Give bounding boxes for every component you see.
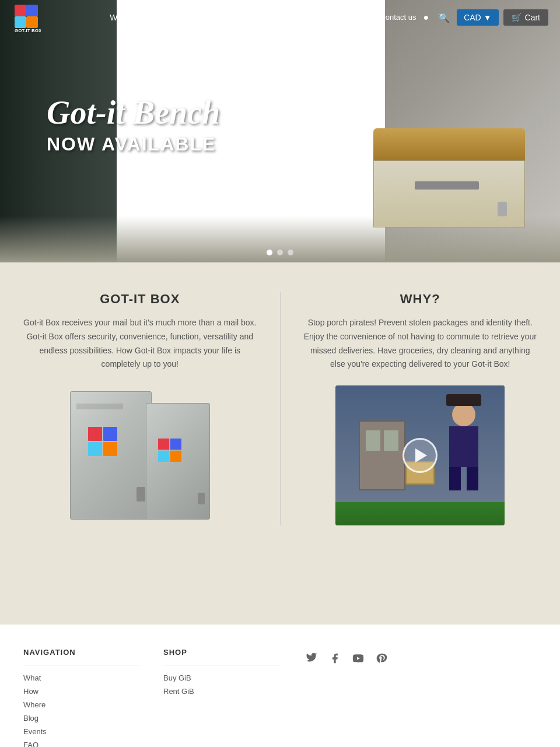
facebook-icon[interactable] — [327, 650, 343, 667]
site-footer: NAVIGATION What How Where Blog Events FA… — [0, 625, 560, 747]
svg-rect-11 — [158, 451, 169, 462]
nav-what[interactable]: What — [104, 13, 135, 22]
site-header: GOT-IT BOX What How Where Blog Events FA… — [0, 0, 560, 35]
bench-mail-slot — [415, 181, 479, 190]
svg-rect-9 — [158, 439, 169, 450]
contact-link[interactable]: Contact us — [380, 13, 416, 22]
product-box-side — [146, 403, 210, 520]
svg-text:GOT-IT BOX: GOT-IT BOX — [15, 28, 41, 33]
nav-how[interactable]: How — [135, 13, 163, 22]
footer-link-buy-gib[interactable]: Buy GiB — [163, 674, 280, 682]
user-icon[interactable]: ● — [421, 10, 431, 25]
twitter-icon[interactable] — [303, 650, 320, 667]
bench-image — [373, 128, 525, 227]
logo[interactable]: GOT-IT BOX — [12, 2, 41, 34]
svg-rect-12 — [170, 451, 181, 462]
footer-link-faq[interactable]: FAQ — [23, 741, 140, 747]
bench-cushion — [373, 128, 525, 160]
footer-nav-column: NAVIGATION What How Where Blog Events FA… — [23, 648, 140, 747]
play-button[interactable] — [402, 438, 438, 473]
currency-label: CAD — [464, 13, 481, 22]
product-logo-sticker — [88, 427, 117, 456]
product-image — [64, 385, 216, 520]
nav-events[interactable]: Events — [226, 13, 263, 22]
product-top-detail — [76, 404, 123, 409]
chevron-down-icon: ▼ — [484, 13, 492, 22]
product-box-main — [70, 391, 152, 520]
cart-icon: 🛒 — [512, 13, 522, 22]
footer-nav-title: NAVIGATION — [23, 648, 140, 657]
footer-shop-divider — [163, 665, 280, 665]
footer-link-where[interactable]: Where — [23, 700, 140, 709]
footer-link-rent-gib[interactable]: Rent GiB — [163, 687, 280, 696]
hero-carousel-dots — [267, 250, 293, 255]
footer-link-blog[interactable]: Blog — [23, 714, 140, 723]
video-door — [359, 420, 405, 490]
got-it-box-description: Got-it Box receives your mail but it's m… — [23, 316, 257, 371]
footer-link-what[interactable]: What — [23, 674, 140, 682]
pinterest-icon[interactable] — [373, 650, 390, 667]
svg-rect-10 — [170, 439, 181, 450]
svg-rect-1 — [26, 5, 38, 16]
svg-rect-5 — [88, 427, 102, 441]
got-it-box-title: GOT-IT BOX — [23, 292, 257, 307]
video-pirate-character — [440, 403, 487, 490]
footer-shop-title: SHOP — [163, 648, 280, 657]
svg-rect-2 — [15, 16, 26, 28]
product-logo-sticker-2 — [158, 439, 181, 462]
hero-content: Got-it Bench NOW AVAILABLE — [47, 95, 220, 155]
bench-body — [373, 160, 525, 227]
svg-rect-3 — [26, 16, 38, 28]
footer-social-icons — [303, 648, 537, 747]
product-handle-main — [136, 487, 145, 501]
footer-link-how[interactable]: How — [23, 687, 140, 696]
currency-selector[interactable]: CAD ▼ — [457, 9, 498, 26]
footer-nav-divider — [23, 665, 140, 665]
product-handle-side — [198, 493, 205, 504]
svg-rect-8 — [103, 442, 117, 456]
why-description: Stop porch pirates! Prevent stolen packa… — [304, 316, 537, 371]
header-actions: Contact us ● 🔍 CAD ▼ 🛒 Cart — [380, 9, 548, 26]
footer-link-events[interactable]: Events — [23, 727, 140, 736]
logo-icon: GOT-IT BOX — [12, 2, 41, 34]
why-section: WHY? Stop porch pirates! Prevent stolen … — [304, 292, 537, 525]
footer-columns: NAVIGATION What How Where Blog Events FA… — [23, 648, 537, 747]
nav-buy[interactable]: Buy — [291, 13, 317, 22]
why-title: WHY? — [304, 292, 537, 307]
nav-where[interactable]: Where — [163, 13, 198, 22]
bench-handle — [498, 202, 507, 216]
spacer-section — [0, 555, 560, 625]
nav-blog[interactable]: Blog — [198, 13, 226, 22]
search-icon[interactable]: 🔍 — [436, 10, 452, 26]
nav-faq[interactable]: FAQ — [263, 13, 291, 22]
video-thumbnail[interactable] — [335, 385, 505, 525]
two-column-section: GOT-IT BOX Got-it Box receives your mail… — [23, 292, 537, 525]
main-content: GOT-IT BOX Got-it Box receives your mail… — [0, 262, 560, 555]
hero-subtitle: NOW AVAILABLE — [47, 134, 220, 155]
carousel-dot-1[interactable] — [267, 250, 272, 255]
got-it-box-section: GOT-IT BOX Got-it Box receives your mail… — [23, 292, 257, 525]
svg-rect-0 — [15, 5, 26, 16]
svg-rect-6 — [103, 427, 117, 441]
carousel-dot-3[interactable] — [288, 250, 293, 255]
svg-rect-7 — [88, 442, 102, 456]
footer-shop-column: SHOP Buy GiB Rent GiB — [163, 648, 280, 747]
hero-title: Got-it Bench — [47, 95, 220, 131]
carousel-dot-2[interactable] — [277, 250, 283, 255]
main-nav: What How Where Blog Events FAQ Buy — [41, 13, 380, 22]
section-divider — [280, 292, 281, 525]
cart-label: Cart — [525, 13, 540, 22]
cart-button[interactable]: 🛒 Cart — [503, 9, 548, 26]
play-icon — [415, 448, 427, 462]
youtube-icon[interactable] — [350, 650, 366, 667]
